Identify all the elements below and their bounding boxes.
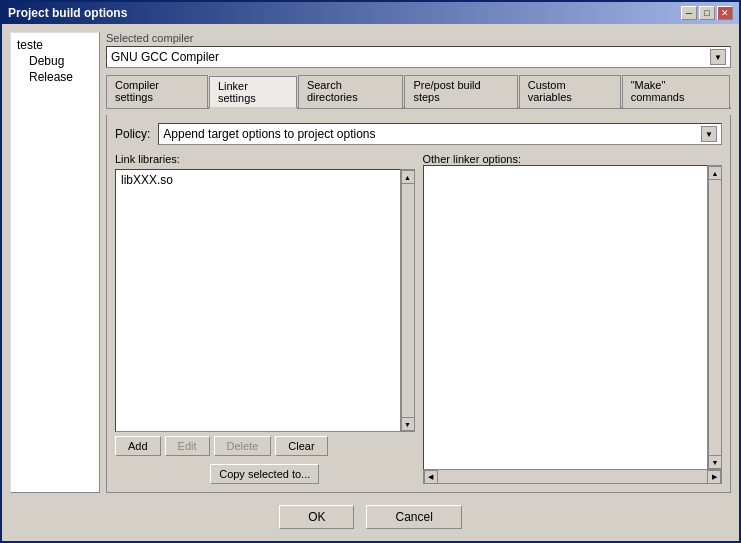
link-libraries-scrollbar: ▲ ▼ bbox=[401, 169, 415, 432]
other-scrollbar-down-btn[interactable]: ▼ bbox=[708, 455, 722, 469]
cancel-button[interactable]: Cancel bbox=[366, 505, 461, 529]
policy-dropdown[interactable]: Append target options to project options… bbox=[158, 123, 722, 145]
tab-pre-post-build[interactable]: Pre/post build steps bbox=[404, 75, 517, 108]
compiler-dropdown-arrow: ▼ bbox=[710, 49, 726, 65]
scrollbar-left-btn[interactable]: ◀ bbox=[424, 470, 438, 484]
scrollbar-up-btn[interactable]: ▲ bbox=[401, 170, 415, 184]
list-item[interactable]: libXXX.so bbox=[118, 172, 398, 188]
link-libraries-buttons: Add Edit Delete Clear bbox=[115, 436, 415, 456]
sidebar: teste Debug Release bbox=[10, 32, 100, 493]
sidebar-debug-label: Debug bbox=[29, 54, 64, 68]
tab-linker-settings[interactable]: Linker settings bbox=[209, 76, 297, 109]
main-content: teste Debug Release Selected compiler GN… bbox=[10, 32, 731, 493]
copy-selected-button[interactable]: Copy selected to... bbox=[210, 464, 319, 484]
scrollbar-h-track bbox=[438, 470, 708, 483]
add-button[interactable]: Add bbox=[115, 436, 161, 456]
compiler-dropdown[interactable]: GNU GCC Compiler ▼ bbox=[106, 46, 731, 68]
main-window: Project build options ─ □ ✕ teste Debug … bbox=[0, 0, 741, 543]
link-libraries-panel: Link libraries: libXXX.so ▲ bbox=[115, 153, 415, 484]
sidebar-root-label: teste bbox=[17, 38, 43, 52]
tab-search-directories[interactable]: Search directories bbox=[298, 75, 404, 108]
compiler-label: Selected compiler bbox=[106, 32, 731, 44]
policy-row: Policy: Append target options to project… bbox=[115, 123, 722, 145]
list-item-value: libXXX.so bbox=[121, 173, 173, 187]
minimize-button[interactable]: ─ bbox=[681, 6, 697, 20]
footer: OK Cancel bbox=[10, 499, 731, 533]
link-libraries-label: Link libraries: bbox=[115, 153, 415, 165]
sidebar-item-root[interactable]: teste bbox=[15, 37, 95, 53]
edit-button[interactable]: Edit bbox=[165, 436, 210, 456]
other-linker-inner: ▲ ▼ bbox=[423, 165, 723, 470]
tabs: Compiler settings Linker settings Search… bbox=[106, 74, 731, 109]
sidebar-item-debug[interactable]: Debug bbox=[15, 53, 95, 69]
sidebar-release-label: Release bbox=[29, 70, 73, 84]
tab-content: Policy: Append target options to project… bbox=[106, 115, 731, 493]
other-linker-scrollbar-h: ◀ ▶ bbox=[423, 470, 723, 484]
clear-button[interactable]: Clear bbox=[275, 436, 327, 456]
policy-dropdown-value: Append target options to project options bbox=[163, 127, 375, 141]
link-libraries-listbox[interactable]: libXXX.so bbox=[115, 169, 401, 432]
close-button[interactable]: ✕ bbox=[717, 6, 733, 20]
compiler-section: Selected compiler GNU GCC Compiler ▼ bbox=[106, 32, 731, 68]
other-scrollbar-up-btn[interactable]: ▲ bbox=[708, 166, 722, 180]
tab-custom-variables[interactable]: Custom variables bbox=[519, 75, 621, 108]
other-linker-panel: Other linker options: ▲ ▼ ◀ bbox=[423, 153, 723, 484]
scrollbar-thumb bbox=[402, 184, 414, 417]
panels-row: Link libraries: libXXX.so ▲ bbox=[115, 153, 722, 484]
tab-compiler-settings[interactable]: Compiler settings bbox=[106, 75, 208, 108]
other-linker-label: Other linker options: bbox=[423, 153, 723, 165]
scrollbar-down-btn[interactable]: ▼ bbox=[401, 417, 415, 431]
scrollbar-right-btn[interactable]: ▶ bbox=[707, 470, 721, 484]
other-scrollbar-thumb bbox=[709, 180, 721, 455]
other-linker-textbox[interactable] bbox=[423, 165, 709, 470]
policy-label: Policy: bbox=[115, 127, 150, 141]
window-title: Project build options bbox=[8, 6, 127, 20]
ok-button[interactable]: OK bbox=[279, 505, 354, 529]
title-bar-buttons: ─ □ ✕ bbox=[681, 6, 733, 20]
maximize-button[interactable]: □ bbox=[699, 6, 715, 20]
title-bar: Project build options ─ □ ✕ bbox=[2, 2, 739, 24]
compiler-dropdown-value: GNU GCC Compiler bbox=[111, 50, 219, 64]
policy-dropdown-arrow: ▼ bbox=[701, 126, 717, 142]
right-panel: Selected compiler GNU GCC Compiler ▼ Com… bbox=[106, 32, 731, 493]
delete-button[interactable]: Delete bbox=[214, 436, 272, 456]
sidebar-item-release[interactable]: Release bbox=[15, 69, 95, 85]
window-body: teste Debug Release Selected compiler GN… bbox=[2, 24, 739, 541]
other-linker-scrollbar-v: ▲ ▼ bbox=[708, 165, 722, 470]
tab-make-commands[interactable]: "Make" commands bbox=[622, 75, 730, 108]
